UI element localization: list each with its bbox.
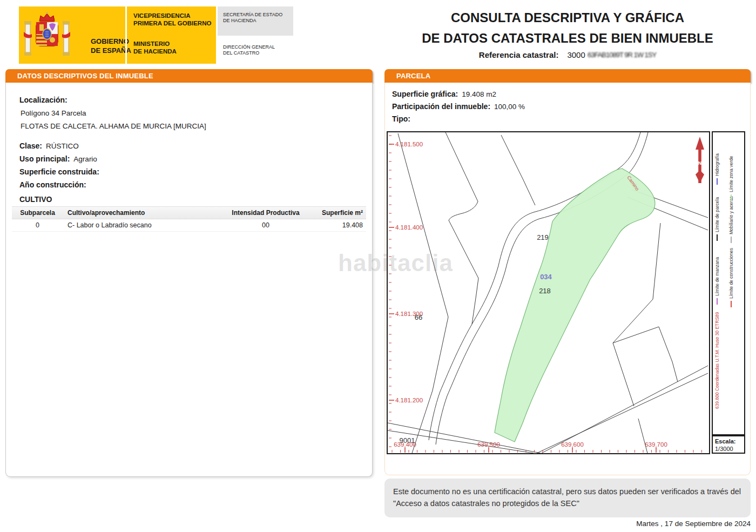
cultivo-cell: 0 [12,219,63,231]
map-label: 4.181.400 [395,224,423,231]
reference-value: 3000 [567,50,585,59]
reference-label: Referencia catastral: [479,50,559,59]
parcel-map-svg: N 4.181.5004.181.4004.181.3004.181.20063… [388,132,709,453]
map-label: 4.181.500 [395,141,423,147]
scale-label: Escala: [715,437,744,445]
map-label: 034 [540,273,552,281]
reference-masked-value: 63FAB1089T 9R 1W 1SY [588,51,656,59]
left-section-header: DATOS DESCRIPTIVOS DEL INMUEBLE [5,69,373,83]
cultivo-cell: C- Labor o Labradío secano [63,219,222,231]
uso-principal-field: Uso principal:Agrario [19,154,97,163]
svg-text:N: N [698,160,702,166]
cultivo-table-header: SubparcelaCultivo/aprovechamientoIntensi… [12,206,366,219]
superficie-construida-field: Superficie construida: [19,167,103,176]
cultivo-col-header: Superficie m² [309,207,366,219]
document-title: CONSULTA DESCRIPTIVA Y GRÁFICA DE DATOS … [384,8,751,49]
map-label: 4.181.200 [395,397,423,403]
north-arrow-icon: N [696,137,704,183]
cultivo-col-header: Subparcela [12,207,63,219]
parcel-map: N 4.181.5004.181.4004.181.3004.181.20063… [387,131,710,454]
legend-item: Límite de manzana [714,257,720,305]
legend-line-swatch [717,298,718,305]
scale-box: Escala: 1/3000 [712,435,745,454]
cultivo-col-header: Cultivo/aprovechamiento [63,207,222,219]
map-label: 66 [415,313,422,321]
cultivo-table-row: 0C- Labor o Labradío secano0019.408 [12,219,366,232]
cultivo-table: SubparcelaCultivo/aprovechamientoIntensi… [12,206,366,232]
ano-construccion-field: Año construcción: [19,180,90,189]
map-label: 639.600 [561,441,584,448]
legend-coordinates-note: 639.800 Coordenadas U.T.M. Huso 30 ETRS8… [714,312,720,409]
localizacion-line1: Polígono 34 Parcela [21,109,86,117]
legend-item: Límite zona verde [728,156,734,201]
ministerio-label: MINISTERIO DE HACIENDA [133,40,214,55]
legend-line-swatch [731,194,732,201]
legend-line-swatch [731,237,732,243]
legend-item: Límite de parcela [714,197,720,241]
direccion-catastro-label: DIRECCIÓN GENERAL DEL CATASTRO [223,44,299,56]
document-date: Martes , 17 de Septiembre de 2024 [384,520,751,528]
legend-row-1: 639.800 Coordenadas U.T.M. Huso 30 ETRS8… [714,131,728,433]
legend-line-swatch [731,301,732,307]
map-label: 639.500 [477,441,500,448]
cadastral-document: { "colors": { "accent_orange": "#EE7A11"… [0,0,756,532]
map-label: 219 [537,233,549,241]
spain-coat-of-arms-icon [23,9,71,61]
cultivo-title: CULTIVO [19,195,52,204]
vicepresidencia-label: VICEPRESIDENCIA PRIMERA DEL GOBIERNO [133,12,214,27]
cultivo-cell: 00 [222,219,309,231]
map-legend-rotated: 639.800 Coordenadas U.T.M. Huso 30 ETRS8… [712,131,744,433]
legend-item: Límite de construcciones [728,248,734,307]
cultivo-col-header: Intensidad Productiva [222,207,309,219]
localizacion-label: Localización: [19,96,68,104]
map-label: 639.700 [645,441,667,448]
participacion-field: Participación del inmueble:100,00 % [392,102,525,111]
government-logo-block: GOBIERNO DE ESPAÑA VICEPRESIDENCIA PRIME… [19,6,216,64]
clase-field: Clase:RÚSTICO [19,142,79,150]
highlighted-parcel-034 [495,169,655,442]
legend-item: Hidrografía [714,153,720,185]
secretaria-estado-label: SECRETARÍA DE ESTADO DE HACIENDA [218,6,293,36]
logo-divider [125,6,127,64]
disclaimer-box: Este documento no es una certificación c… [384,479,751,517]
localizacion-line2: FLOTAS DE CALCETA. ALHAMA DE MURCIA [MUR… [21,122,206,130]
cultivo-table-body: 0C- Labor o Labradío secano0019.408 [12,219,366,232]
right-section-header: PARCELA [384,69,751,83]
cadastral-reference: Referencia catastral:3000 63FAB1089T 9R … [384,50,751,59]
legend-item: Mobiliario y aceras [728,196,734,243]
map-label: 9001 [400,436,415,445]
cultivo-cell: 19.408 [309,219,366,231]
title-line1: CONSULTA DESCRIPTIVA Y GRÁFICA [384,8,751,28]
title-line2: DE DATOS CATASTRALES DE BIEN INMUEBLE [384,28,751,49]
map-label: 218 [539,287,551,295]
legend-line-swatch [717,178,718,185]
superficie-grafica-field: Superficie gráfica:19.408 m2 [392,90,496,98]
scale-value: 1/3000 [715,446,733,452]
tipo-field: Tipo: [392,115,414,123]
legend-line-swatch [717,234,718,241]
legend-row-2: Límite de construccionesMobiliario y ace… [728,131,742,433]
